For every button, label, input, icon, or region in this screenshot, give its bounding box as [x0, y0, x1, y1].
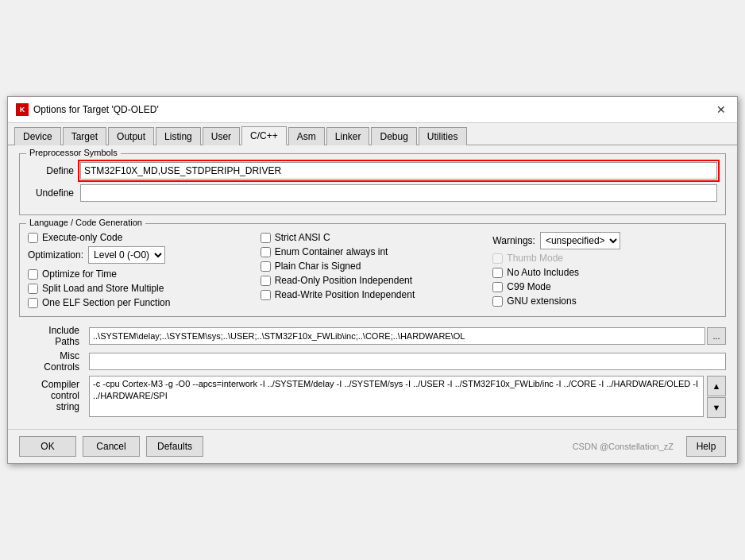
- misc-controls-input[interactable]: [89, 353, 726, 370]
- one-elf-checkbox[interactable]: [28, 298, 38, 308]
- define-row: Define: [28, 162, 717, 180]
- execute-only-row: Execute-only Code: [28, 232, 253, 243]
- c99-mode-row: C99 Mode: [492, 281, 717, 292]
- tab-listing[interactable]: Listing: [156, 127, 201, 145]
- code-gen-col3: Warnings: <unspecified> No Warnings All …: [492, 232, 717, 308]
- define-input[interactable]: [80, 162, 717, 180]
- tab-cpp[interactable]: C/C++: [241, 126, 287, 145]
- main-content: Preprocessor Symbols Define Undefine Lan…: [8, 145, 737, 429]
- split-load-row: Split Load and Store Multiple: [28, 283, 253, 294]
- no-auto-includes-row: No Auto Includes: [492, 267, 717, 278]
- c99-mode-checkbox[interactable]: [492, 282, 503, 292]
- split-load-label: Split Load and Store Multiple: [42, 283, 164, 294]
- include-paths-browse-button[interactable]: ...: [707, 327, 726, 345]
- gnu-extensions-label: GNU extensions: [507, 295, 576, 307]
- execute-only-checkbox[interactable]: [28, 233, 38, 243]
- optimize-time-checkbox[interactable]: [28, 269, 38, 280]
- c99-mode-label: C99 Mode: [507, 281, 550, 292]
- plain-char-label: Plain Char is Signed: [275, 261, 361, 272]
- warnings-select[interactable]: <unspecified> No Warnings All Warnings: [540, 232, 620, 249]
- strict-ansi-label: Strict ANSI C: [275, 232, 330, 243]
- readonly-pos-label: Read-Only Position Independent: [275, 275, 412, 286]
- compiler-scroll-down-button[interactable]: ▼: [707, 397, 726, 418]
- include-paths-label: Include Paths: [19, 325, 83, 347]
- tab-target[interactable]: Target: [63, 127, 106, 145]
- split-load-checkbox[interactable]: [28, 284, 38, 294]
- plain-char-checkbox[interactable]: [261, 261, 271, 272]
- include-paths-row: Include Paths ..\SYSTEM\delay;..\SYSTEM\…: [19, 325, 726, 347]
- tabs-bar: Device Target Output Listing User C/C++ …: [8, 123, 737, 145]
- one-elf-label: One ELF Section per Function: [42, 297, 170, 308]
- preprocessor-section: Preprocessor Symbols Define Undefine: [19, 153, 726, 215]
- optimization-label: Optimization:: [28, 249, 83, 261]
- strict-ansi-checkbox[interactable]: [261, 233, 271, 243]
- warnings-row: Warnings: <unspecified> No Warnings All …: [492, 232, 717, 249]
- thumb-mode-checkbox[interactable]: [492, 253, 503, 264]
- include-paths-value: ..\SYSTEM\delay;..\SYSTEM\sys;..\USER;..…: [93, 331, 465, 341]
- readwrite-pos-checkbox[interactable]: [261, 290, 271, 300]
- cancel-button[interactable]: Cancel: [83, 436, 140, 457]
- help-button[interactable]: Help: [686, 436, 726, 457]
- enum-container-label: Enum Container always int: [275, 246, 388, 257]
- tab-asm[interactable]: Asm: [288, 127, 325, 145]
- optimize-time-row: Optimize for Time: [28, 268, 253, 280]
- readwrite-pos-label: Read-Write Position Independent: [275, 289, 415, 300]
- compiler-control-label: Compiler control string: [19, 376, 83, 412]
- title-bar: K Options for Target 'QD-OLED' ✕: [8, 97, 737, 123]
- no-auto-includes-checkbox[interactable]: [492, 268, 503, 278]
- undefine-row: Undefine: [28, 184, 717, 202]
- one-elf-row: One ELF Section per Function: [28, 297, 253, 308]
- include-paths-input[interactable]: ..\SYSTEM\delay;..\SYSTEM\sys;..\USER;..…: [89, 327, 705, 345]
- keil-icon: K: [16, 103, 29, 116]
- warnings-label: Warnings:: [492, 235, 535, 246]
- optimization-row: Optimization: Level 0 (-O0) Level 1 (-O1…: [28, 246, 253, 264]
- compiler-scroll-up-button[interactable]: ▲: [707, 376, 726, 396]
- compiler-control-row: Compiler control string -c -cpu Cortex-M…: [19, 376, 726, 418]
- strict-ansi-row: Strict ANSI C: [261, 232, 485, 243]
- compiler-control-input[interactable]: -c -cpu Cortex-M3 -g -O0 --apcs=interwor…: [89, 376, 704, 417]
- code-gen-col1: Execute-only Code Optimization: Level 0 …: [28, 232, 253, 308]
- code-gen-col2: Strict ANSI C Enum Container always int …: [261, 232, 485, 308]
- execute-only-label: Execute-only Code: [42, 232, 122, 243]
- code-gen-section: Language / Code Generation Execute-only …: [19, 223, 726, 317]
- bottom-bar: OK Cancel Defaults CSDN @Constellation_z…: [8, 429, 737, 463]
- ok-button[interactable]: OK: [19, 436, 76, 457]
- readonly-pos-row: Read-Only Position Independent: [261, 275, 485, 286]
- gnu-extensions-checkbox[interactable]: [492, 296, 503, 307]
- dialog-title: Options for Target 'QD-OLED': [33, 104, 159, 115]
- define-label: Define: [28, 165, 74, 176]
- defaults-button[interactable]: Defaults: [146, 436, 203, 457]
- code-gen-grid: Execute-only Code Optimization: Level 0 …: [28, 232, 717, 308]
- enum-container-checkbox[interactable]: [261, 247, 271, 257]
- misc-controls-row: Misc Controls: [19, 350, 726, 373]
- gnu-extensions-row: GNU extensions: [492, 295, 717, 307]
- thumb-mode-row: Thumb Mode: [492, 253, 717, 264]
- undefine-input[interactable]: [80, 184, 717, 202]
- optimize-time-label: Optimize for Time: [42, 268, 117, 280]
- no-auto-includes-label: No Auto Includes: [507, 267, 579, 278]
- tab-user[interactable]: User: [203, 127, 240, 145]
- readwrite-pos-row: Read-Write Position Independent: [261, 289, 485, 300]
- watermark-text: CSDN @Constellation_zZ: [573, 442, 674, 451]
- tab-device[interactable]: Device: [14, 127, 61, 145]
- preprocessor-section-label: Preprocessor Symbols: [26, 148, 121, 157]
- close-button[interactable]: ✕: [713, 102, 729, 118]
- optimization-select[interactable]: Level 0 (-O0) Level 1 (-O1) Level 2 (-O2…: [88, 246, 165, 264]
- tab-output[interactable]: Output: [108, 127, 154, 145]
- title-bar-left: K Options for Target 'QD-OLED': [16, 103, 159, 116]
- thumb-mode-label: Thumb Mode: [507, 253, 563, 264]
- main-dialog: K Options for Target 'QD-OLED' ✕ Device …: [7, 96, 738, 464]
- code-gen-section-label: Language / Code Generation: [26, 218, 145, 227]
- tab-linker[interactable]: Linker: [326, 127, 370, 145]
- tab-utilities[interactable]: Utilities: [419, 127, 467, 145]
- readonly-pos-checkbox[interactable]: [261, 276, 271, 286]
- tab-debug[interactable]: Debug: [371, 127, 416, 145]
- undefine-label: Undefine: [28, 187, 74, 199]
- misc-controls-label: Misc Controls: [19, 350, 83, 373]
- enum-container-row: Enum Container always int: [261, 246, 485, 257]
- plain-char-row: Plain Char is Signed: [261, 261, 485, 272]
- bottom-buttons: OK Cancel Defaults: [19, 436, 203, 457]
